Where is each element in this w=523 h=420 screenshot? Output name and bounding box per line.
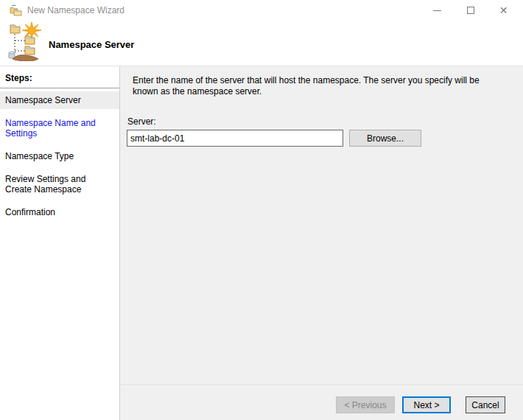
close-button[interactable]: ✕ (487, 0, 520, 21)
browse-button[interactable]: Browse... (349, 130, 421, 147)
step-namespace-server: Namespace Server (0, 91, 119, 109)
previous-button: < Previous (336, 396, 395, 413)
step-confirmation: Confirmation (0, 203, 119, 221)
next-button[interactable]: Next > (402, 396, 451, 413)
server-input[interactable] (127, 130, 343, 147)
new-namespace-wizard-window: New Namespace Wizard ✕ (0, 0, 523, 420)
maximize-icon (467, 7, 474, 14)
steps-divider (0, 88, 119, 88)
server-label: Server: (127, 116, 523, 127)
steps-heading: Steps: (0, 73, 119, 88)
window-controls: ✕ (421, 0, 520, 21)
wizard-body: Steps: Namespace Server Namespace Name a… (0, 66, 523, 420)
titlebar: New Namespace Wizard ✕ (0, 0, 523, 21)
minimize-icon (433, 10, 441, 11)
maximize-button[interactable] (454, 0, 487, 21)
step-namespace-type: Namespace Type (0, 147, 119, 165)
main-panel: Enter the name of the server that will h… (120, 66, 523, 420)
hand-icon (13, 55, 38, 61)
minimize-button[interactable] (421, 0, 454, 21)
footer-buttons: < Previous Next > Cancel (120, 396, 523, 413)
close-icon: ✕ (499, 4, 508, 16)
new-namespace-folder-tree-icon (8, 21, 42, 61)
wizard-header: Namespace Server (0, 21, 523, 66)
steps-sidebar: Steps: Namespace Server Namespace Name a… (0, 66, 120, 420)
steps-list: Namespace Server Namespace Name and Sett… (0, 91, 119, 221)
server-row: Browse... (127, 130, 523, 147)
dfs-namespace-app-icon (10, 4, 22, 16)
cancel-button[interactable]: Cancel (466, 396, 505, 413)
footer-separator (120, 385, 523, 386)
step-namespace-name-and-settings[interactable]: Namespace Name and Settings (0, 114, 119, 142)
window-title: New Namespace Wizard (27, 5, 421, 15)
page-title: Namespace Server (49, 39, 134, 50)
step-review-settings-and-create-namespace: Review Settings and Create Namespace (0, 170, 119, 198)
page-description: Enter the name of the server that will h… (133, 75, 486, 97)
